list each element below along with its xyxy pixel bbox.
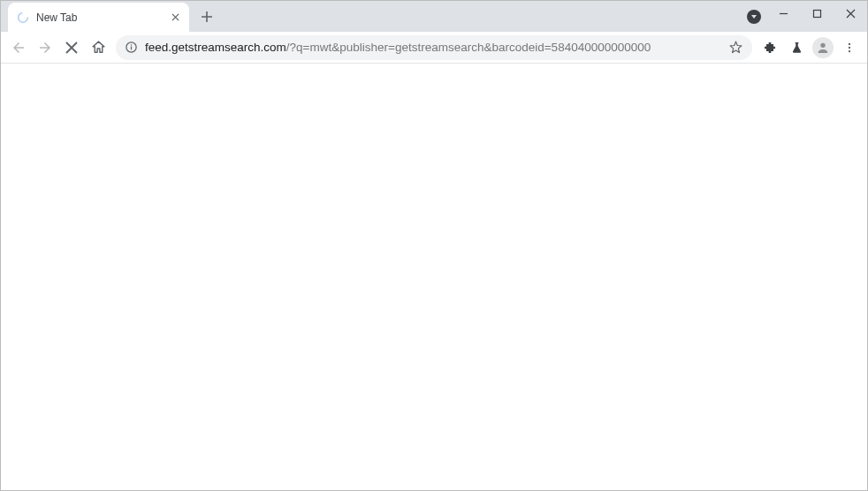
page-content	[1, 64, 867, 490]
forward-button[interactable]	[33, 35, 57, 60]
back-button[interactable]	[6, 35, 31, 60]
title-bar: New Tab	[1, 1, 867, 32]
toolbar-right	[758, 35, 862, 60]
avatar-icon	[812, 37, 834, 58]
labs-icon[interactable]	[784, 35, 809, 60]
url-path: /?q=mwt&publisher=getstreamsearch&barcod…	[286, 41, 651, 54]
close-tab-button[interactable]	[168, 11, 182, 25]
svg-rect-1	[813, 10, 820, 17]
close-window-button[interactable]	[834, 1, 867, 26]
toolbar: feed.getstreamsearch.com/?q=mwt&publishe…	[1, 32, 867, 64]
caption-indicator-icon[interactable]	[747, 1, 761, 32]
svg-point-5	[820, 42, 825, 47]
bookmark-star-icon[interactable]	[728, 40, 743, 55]
svg-point-3	[131, 44, 133, 46]
browser-tab[interactable]: New Tab	[8, 3, 189, 32]
site-info-icon[interactable]	[125, 41, 138, 54]
extensions-icon[interactable]	[758, 35, 782, 60]
stop-reload-button[interactable]	[59, 35, 84, 60]
address-bar[interactable]: feed.getstreamsearch.com/?q=mwt&publishe…	[116, 35, 752, 60]
svg-rect-4	[131, 47, 132, 50]
maximize-button[interactable]	[800, 1, 834, 26]
loading-spinner-icon	[17, 11, 29, 24]
new-tab-button[interactable]	[194, 4, 219, 29]
svg-point-0	[19, 12, 28, 22]
home-button[interactable]	[86, 35, 110, 60]
tab-title: New Tab	[36, 11, 168, 24]
profile-button[interactable]	[811, 35, 835, 60]
menu-button[interactable]	[837, 35, 862, 60]
minimize-button[interactable]	[766, 1, 800, 26]
url-domain: feed.getstreamsearch.com	[145, 41, 286, 54]
url-text: feed.getstreamsearch.com/?q=mwt&publishe…	[145, 41, 721, 54]
svg-point-8	[849, 49, 850, 51]
window-controls	[766, 1, 867, 26]
svg-point-6	[849, 42, 850, 44]
svg-point-7	[849, 46, 850, 48]
